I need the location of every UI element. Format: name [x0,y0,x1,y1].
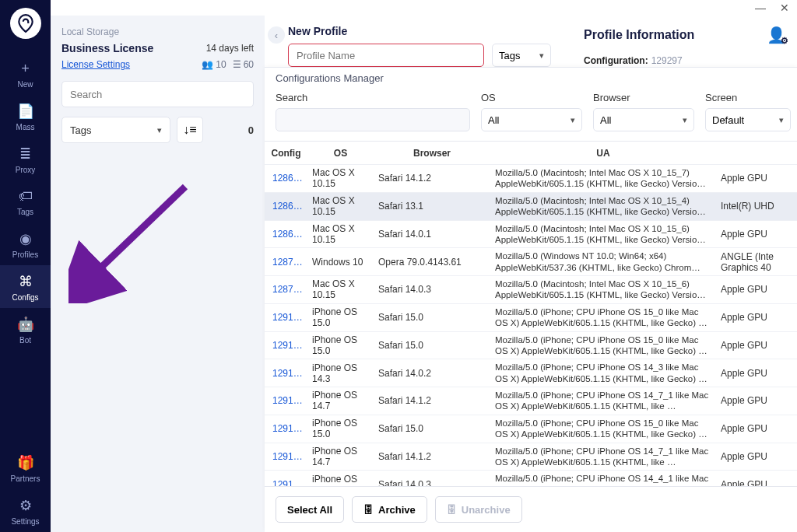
sidebar-item-label: Profiles [12,250,38,259]
sidebar-item-label: Bot [19,336,31,345]
cell-browser: Safari 15.0 [374,340,490,351]
table-row[interactable]: 129118iPhone OS 15.0Safari 15.0Mozilla/5… [265,304,797,332]
cell-gpu: Apple GPU [716,423,794,434]
chevron-down-icon: ▾ [571,115,575,125]
config-id[interactable]: 1286… [265,229,307,240]
table-row[interactable]: 1287…Windows 10Opera 79.0.4143.61Mozilla… [265,248,797,276]
filter-os-label: OS [481,92,582,103]
table-row[interactable]: 129125iPhone OS 15.0Safari 15.0Mozilla/5… [265,332,797,360]
license-settings-link[interactable]: License Settings [61,59,130,70]
cell-gpu: Apple GPU [716,229,794,240]
config-id[interactable]: 128749 [265,284,307,295]
config-id[interactable]: 129180 [265,451,307,462]
filter-browser-select[interactable]: All▾ [593,108,694,131]
users-count: 👥10 [202,59,226,70]
cell-ua: Mozilla/5.0 (Windows NT 10.0; Win64; x64… [490,250,716,273]
filter-os-select[interactable]: All▾ [481,108,582,131]
cell-ua: Mozilla/5.0 (iPhone; CPU iPhone OS 15_0 … [490,306,716,329]
cfg-manager-title: Configurations Manager [265,68,797,92]
minimize-button[interactable]: — [755,2,766,14]
back-button[interactable]: ‹ [268,26,285,44]
sidebar-item-mass[interactable]: 📄Mass [0,95,51,138]
sidebar-item-new[interactable]: +New [0,53,51,95]
archive-icon: 🗄 [363,504,374,516]
table-row[interactable]: 128665Mac OS X 10.15Safari 14.1.2Mozilla… [265,165,797,193]
cell-browser: Safari 14.1.2 [374,451,490,462]
cell-ua: Mozilla/5.0 (iPhone; CPU iPhone OS 14_7_… [490,446,716,468]
cell-ua: Mozilla/5.0 (Macintosh; Intel Mac OS X 1… [490,167,716,190]
cell-os: Mac OS X 10.15 [307,195,374,217]
table-row[interactable]: 129197iPhone OS 14.4Safari 14.0.3Mozilla… [265,471,797,486]
unarchive-button[interactable]: 🗄Unarchive [435,496,522,523]
config-id[interactable]: 1286… [265,201,307,212]
table-row[interactable]: 1286…Mac OS X 10.15Safari 13.1Mozilla/5.… [265,193,797,221]
cell-gpu: ANGLE (Inte Graphics 40 [716,251,794,273]
tags-filter[interactable]: Tags▾ [61,117,170,143]
cell-browser: Safari 14.0.1 [374,229,490,240]
sidebar-item-tags[interactable]: 🏷Tags [0,180,51,222]
table-row[interactable]: 129138iPhone OS 15.0Safari 15.0Mozilla/5… [265,415,797,443]
config-id[interactable]: 129136 [265,395,307,406]
cell-browser: Safari 14.0.2 [374,368,490,379]
chevron-down-icon: ▾ [157,125,162,135]
table-header: Config OS Browser UA [265,142,797,165]
settings-icon: ⚙ [19,497,32,514]
select-all-button[interactable]: Select All [276,496,344,523]
sidebar-item-label: Tags [17,208,33,216]
col-browser: Browser [374,148,490,159]
col-os: OS [307,148,374,159]
cell-browser: Safari 13.1 [374,201,490,212]
table-row[interactable]: 1291…iPhone OS 14.3Safari 14.0.2Mozilla/… [265,359,797,387]
sort-button[interactable]: ↓≡ [177,117,203,143]
table-row[interactable]: 1286…Mac OS X 10.15Safari 14.0.1Mozilla/… [265,221,797,249]
config-id[interactable]: 129197 [265,479,307,486]
col-ua: UA [490,148,716,159]
configs-icon: ⌘ [19,273,33,290]
cell-ua: Mozilla/5.0 (iPhone; CPU iPhone OS 14_4_… [490,473,716,486]
cell-os: Mac OS X 10.15 [307,278,374,300]
config-id[interactable]: 129125 [265,340,307,351]
sidebar-item-partners[interactable]: 🎁Partners [0,446,51,489]
profiles-count: ☰60 [233,59,254,70]
sidebar-item-label: Mass [16,123,35,131]
sidebar-item-settings[interactable]: ⚙Settings [0,489,51,532]
partners-icon: 🎁 [17,454,34,471]
table-row[interactable]: 129136iPhone OS 14.7Safari 14.1.2Mozilla… [265,387,797,415]
filter-search-input[interactable] [276,108,470,131]
sidebar-item-configs[interactable]: ⌘Configs [0,265,51,308]
filter-search-label: Search [276,92,470,103]
result-count: 0 [248,124,254,136]
cell-ua: Mozilla/5.0 (iPhone; CPU iPhone OS 15_0 … [490,334,716,357]
cell-gpu: Intel(R) UHD [716,201,794,212]
cell-gpu: Apple GPU [716,395,794,406]
sidebar-item-bot[interactable]: 🤖Bot [0,308,51,351]
configurations-manager: Configurations Manager Search OSAll▾ Bro… [265,67,797,532]
sidebar-item-profiles[interactable]: ◉Profiles [0,222,51,265]
cell-os: Mac OS X 10.15 [307,223,374,245]
col-config: Config [265,148,307,159]
chevron-down-icon: ▾ [683,115,687,125]
table-row[interactable]: 129180iPhone OS 14.7Safari 14.1.2Mozilla… [265,443,797,471]
cell-browser: Safari 15.0 [374,312,490,323]
config-id[interactable]: 1291… [265,368,307,379]
table-row[interactable]: 128749Mac OS X 10.15Safari 14.0.3Mozilla… [265,276,797,304]
profile-name-input[interactable] [288,44,484,67]
config-id[interactable]: 129138 [265,423,307,434]
sidebar-item-proxy[interactable]: ≣Proxy [0,138,51,180]
cell-gpu: Apple GPU [716,173,794,184]
sidebar-item-label: Partners [11,474,40,483]
config-id[interactable]: 129118 [265,312,307,323]
cell-os: iPhone OS 14.7 [307,446,374,467]
config-id[interactable]: 128665 [265,173,307,184]
cell-ua: Mozilla/5.0 (iPhone; CPU iPhone OS 15_0 … [490,418,716,440]
profile-tags-select[interactable]: Tags▾ [492,44,551,67]
app-logo [10,8,41,39]
profile-search-input[interactable] [61,81,254,107]
close-button[interactable]: ✕ [780,2,789,14]
bot-icon: 🤖 [17,316,34,333]
user-settings-icon[interactable]: 👤 [767,26,786,44]
filter-screen-select[interactable]: Default▾ [705,108,791,131]
cell-os: iPhone OS 15.0 [307,306,374,328]
archive-button[interactable]: 🗄Archive [352,496,427,523]
config-id[interactable]: 1287… [265,257,307,268]
